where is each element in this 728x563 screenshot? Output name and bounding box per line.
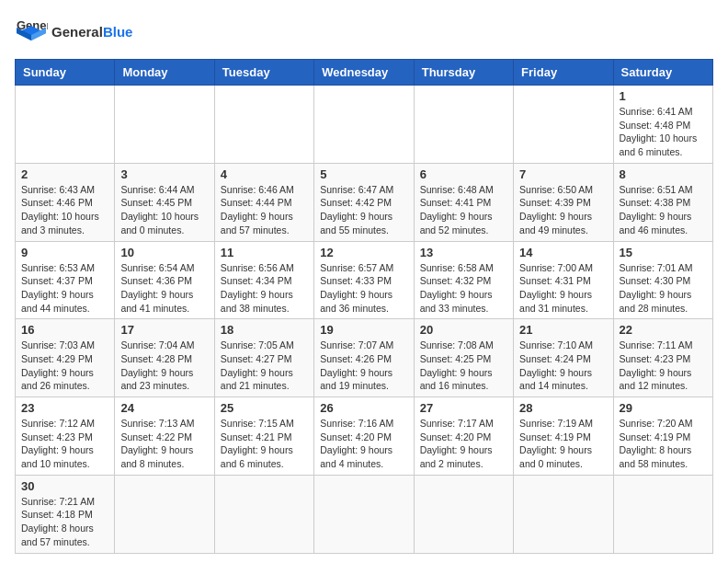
logo-text: GeneralBlue xyxy=(51,24,132,40)
day-number: 10 xyxy=(120,246,208,259)
day-info: Sunrise: 7:17 AM Sunset: 4:20 PM Dayligh… xyxy=(420,417,507,471)
day-number: 16 xyxy=(21,323,108,337)
day-number: 4 xyxy=(221,167,308,181)
day-number: 30 xyxy=(21,479,108,493)
calendar-cell: 19Sunrise: 7:07 AM Sunset: 4:26 PM Dayli… xyxy=(314,319,414,397)
day-info: Sunrise: 7:11 AM Sunset: 4:23 PM Dayligh… xyxy=(620,339,707,393)
calendar-cell: 3Sunrise: 6:44 AM Sunset: 4:45 PM Daylig… xyxy=(115,163,214,241)
calendar-cell: 6Sunrise: 6:48 AM Sunset: 4:41 PM Daylig… xyxy=(414,163,513,241)
day-number: 28 xyxy=(519,401,607,415)
day-number: 26 xyxy=(320,401,407,415)
calendar-cell: 10Sunrise: 6:54 AM Sunset: 4:36 PM Dayli… xyxy=(115,241,214,319)
day-number: 20 xyxy=(420,323,507,337)
calendar-cell: 18Sunrise: 7:05 AM Sunset: 4:27 PM Dayli… xyxy=(214,319,313,397)
calendar-cell: 28Sunrise: 7:19 AM Sunset: 4:19 PM Dayli… xyxy=(514,397,613,476)
calendar-cell: 1Sunrise: 6:41 AM Sunset: 4:48 PM Daylig… xyxy=(613,86,712,164)
calendar-cell: 26Sunrise: 7:16 AM Sunset: 4:20 PM Dayli… xyxy=(314,397,414,476)
day-info: Sunrise: 7:16 AM Sunset: 4:20 PM Dayligh… xyxy=(320,417,407,471)
calendar-header-wednesday: Wednesday xyxy=(314,60,414,86)
calendar-cell: 23Sunrise: 7:12 AM Sunset: 4:23 PM Dayli… xyxy=(16,397,115,476)
calendar-cell: 22Sunrise: 7:11 AM Sunset: 4:23 PM Dayli… xyxy=(613,319,712,397)
day-info: Sunrise: 6:43 AM Sunset: 4:46 PM Dayligh… xyxy=(21,183,108,237)
day-number: 18 xyxy=(221,323,308,337)
calendar-cell: 17Sunrise: 7:04 AM Sunset: 4:28 PM Dayli… xyxy=(115,319,214,397)
day-info: Sunrise: 7:07 AM Sunset: 4:26 PM Dayligh… xyxy=(320,339,407,393)
day-info: Sunrise: 7:03 AM Sunset: 4:29 PM Dayligh… xyxy=(21,339,108,393)
day-number: 21 xyxy=(519,323,607,337)
calendar-cell: 14Sunrise: 7:00 AM Sunset: 4:31 PM Dayli… xyxy=(514,241,613,319)
day-number: 19 xyxy=(320,323,407,337)
day-info: Sunrise: 6:48 AM Sunset: 4:41 PM Dayligh… xyxy=(420,183,507,237)
calendar-cell: 27Sunrise: 7:17 AM Sunset: 4:20 PM Dayli… xyxy=(414,397,513,476)
calendar-cell: 15Sunrise: 7:01 AM Sunset: 4:30 PM Dayli… xyxy=(613,241,712,319)
day-number: 15 xyxy=(620,246,707,259)
day-info: Sunrise: 6:54 AM Sunset: 4:36 PM Dayligh… xyxy=(120,261,208,316)
day-number: 11 xyxy=(221,246,308,259)
calendar-cell: 2Sunrise: 6:43 AM Sunset: 4:46 PM Daylig… xyxy=(16,163,115,241)
day-info: Sunrise: 6:57 AM Sunset: 4:33 PM Dayligh… xyxy=(320,261,407,316)
calendar-cell: 16Sunrise: 7:03 AM Sunset: 4:29 PM Dayli… xyxy=(16,319,115,397)
day-info: Sunrise: 6:58 AM Sunset: 4:32 PM Dayligh… xyxy=(420,261,507,316)
day-number: 23 xyxy=(21,401,108,415)
calendar-cell: 12Sunrise: 6:57 AM Sunset: 4:33 PM Dayli… xyxy=(314,241,414,319)
day-number: 25 xyxy=(221,401,308,415)
calendar-cell xyxy=(514,86,613,164)
day-number: 17 xyxy=(120,323,208,337)
calendar-cell: 5Sunrise: 6:47 AM Sunset: 4:42 PM Daylig… xyxy=(314,163,414,241)
day-info: Sunrise: 7:01 AM Sunset: 4:30 PM Dayligh… xyxy=(620,261,707,316)
logo: General GeneralBlue xyxy=(15,15,132,48)
calendar-header-saturday: Saturday xyxy=(613,60,712,86)
day-info: Sunrise: 7:04 AM Sunset: 4:28 PM Dayligh… xyxy=(120,339,208,393)
calendar-cell xyxy=(414,86,513,164)
day-number: 14 xyxy=(519,246,607,259)
calendar-cell: 24Sunrise: 7:13 AM Sunset: 4:22 PM Dayli… xyxy=(115,397,214,476)
calendar-cell: 30Sunrise: 7:21 AM Sunset: 4:18 PM Dayli… xyxy=(16,475,115,553)
day-number: 3 xyxy=(120,167,208,181)
day-info: Sunrise: 6:56 AM Sunset: 4:34 PM Dayligh… xyxy=(221,261,308,316)
calendar-cell: 29Sunrise: 7:20 AM Sunset: 4:19 PM Dayli… xyxy=(613,397,712,476)
calendar: SundayMondayTuesdayWednesdayThursdayFrid… xyxy=(15,59,713,554)
day-info: Sunrise: 7:19 AM Sunset: 4:19 PM Dayligh… xyxy=(519,417,607,471)
calendar-cell xyxy=(613,475,712,553)
calendar-week-2: 2Sunrise: 6:43 AM Sunset: 4:46 PM Daylig… xyxy=(16,163,713,241)
day-info: Sunrise: 7:08 AM Sunset: 4:25 PM Dayligh… xyxy=(420,339,507,393)
day-number: 27 xyxy=(420,401,507,415)
calendar-cell xyxy=(314,475,414,553)
calendar-cell xyxy=(514,475,613,553)
calendar-week-4: 16Sunrise: 7:03 AM Sunset: 4:29 PM Dayli… xyxy=(16,319,713,397)
day-number: 2 xyxy=(21,167,108,181)
day-number: 22 xyxy=(620,323,707,337)
day-info: Sunrise: 6:46 AM Sunset: 4:44 PM Dayligh… xyxy=(221,183,308,237)
calendar-week-1: 1Sunrise: 6:41 AM Sunset: 4:48 PM Daylig… xyxy=(16,86,713,164)
calendar-header-tuesday: Tuesday xyxy=(214,60,313,86)
day-info: Sunrise: 6:51 AM Sunset: 4:38 PM Dayligh… xyxy=(620,183,707,237)
day-info: Sunrise: 7:13 AM Sunset: 4:22 PM Dayligh… xyxy=(120,417,208,471)
calendar-cell: 13Sunrise: 6:58 AM Sunset: 4:32 PM Dayli… xyxy=(414,241,513,319)
logo-icon: General xyxy=(15,15,48,48)
calendar-week-5: 23Sunrise: 7:12 AM Sunset: 4:23 PM Dayli… xyxy=(16,397,713,476)
calendar-cell: 21Sunrise: 7:10 AM Sunset: 4:24 PM Dayli… xyxy=(514,319,613,397)
day-info: Sunrise: 6:53 AM Sunset: 4:37 PM Dayligh… xyxy=(21,261,108,316)
calendar-cell: 25Sunrise: 7:15 AM Sunset: 4:21 PM Dayli… xyxy=(214,397,313,476)
calendar-cell xyxy=(115,86,214,164)
calendar-cell xyxy=(16,86,115,164)
day-number: 1 xyxy=(620,89,707,103)
day-number: 29 xyxy=(620,401,707,415)
calendar-header-row: SundayMondayTuesdayWednesdayThursdayFrid… xyxy=(16,60,713,86)
day-info: Sunrise: 6:41 AM Sunset: 4:48 PM Dayligh… xyxy=(620,105,707,159)
calendar-week-6: 30Sunrise: 7:21 AM Sunset: 4:18 PM Dayli… xyxy=(16,475,713,553)
day-number: 6 xyxy=(420,167,507,181)
day-number: 13 xyxy=(420,246,507,259)
calendar-cell xyxy=(414,475,513,553)
day-info: Sunrise: 7:21 AM Sunset: 4:18 PM Dayligh… xyxy=(21,495,108,549)
day-number: 24 xyxy=(120,401,208,415)
day-number: 7 xyxy=(519,167,607,181)
day-number: 5 xyxy=(320,167,407,181)
day-info: Sunrise: 6:50 AM Sunset: 4:39 PM Dayligh… xyxy=(519,183,607,237)
day-number: 12 xyxy=(320,246,407,259)
day-info: Sunrise: 7:00 AM Sunset: 4:31 PM Dayligh… xyxy=(519,261,607,316)
day-info: Sunrise: 6:47 AM Sunset: 4:42 PM Dayligh… xyxy=(320,183,407,237)
calendar-cell xyxy=(115,475,214,553)
calendar-cell: 20Sunrise: 7:08 AM Sunset: 4:25 PM Dayli… xyxy=(414,319,513,397)
day-info: Sunrise: 7:12 AM Sunset: 4:23 PM Dayligh… xyxy=(21,417,108,471)
